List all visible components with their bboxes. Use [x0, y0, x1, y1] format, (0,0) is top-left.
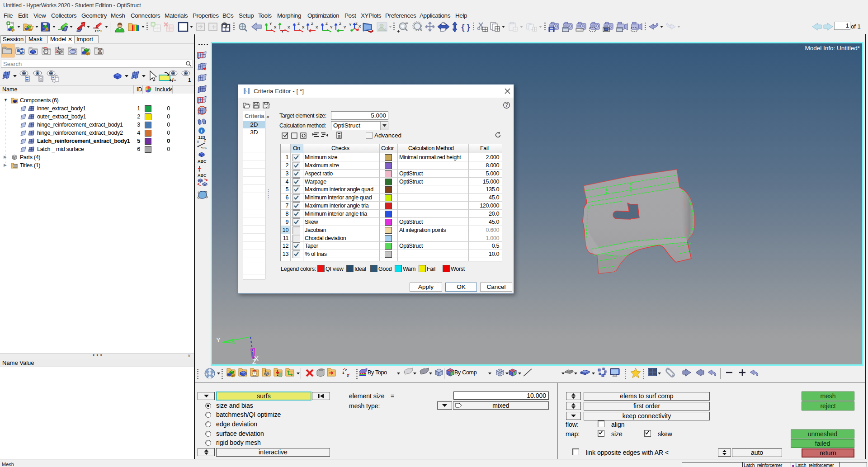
- svg-text:2: 2: [345, 368, 347, 372]
- svg-text:Z: Z: [297, 22, 300, 26]
- svg-text:1: 1: [188, 77, 191, 83]
- svg-text:X: X: [316, 25, 318, 29]
- svg-text:{ }: { }: [461, 23, 470, 32]
- svg-text:X: X: [302, 25, 305, 29]
- svg-text:PPT: PPT: [95, 29, 102, 33]
- svg-text:X: X: [359, 24, 361, 28]
- svg-text:1: 1: [204, 139, 206, 142]
- svg-text:Z: Z: [252, 358, 256, 365]
- svg-text:1: 1: [385, 28, 387, 32]
- svg-text:ABC: ABC: [198, 159, 207, 164]
- svg-text:Z: Z: [311, 22, 313, 26]
- svg-text:0: 0: [197, 140, 199, 143]
- svg-text:X: X: [288, 25, 290, 29]
- svg-text:Z: Z: [326, 22, 328, 26]
- svg-text:Y: Y: [269, 22, 272, 26]
- svg-text:Y: Y: [349, 23, 352, 27]
- svg-text:3: 3: [347, 373, 349, 377]
- svg-text:i: i: [201, 128, 202, 133]
- svg-text:Y: Y: [330, 25, 333, 29]
- svg-text:Y: Y: [344, 25, 346, 29]
- svg-text:Z: Z: [355, 22, 358, 26]
- svg-text:Y: Y: [216, 336, 221, 344]
- svg-text:Z: Z: [339, 22, 341, 26]
- svg-text:?: ?: [505, 103, 508, 108]
- svg-text:*10¹: *10¹: [201, 146, 207, 150]
- svg-text:X: X: [274, 25, 277, 29]
- svg-text:1: 1: [342, 371, 344, 375]
- svg-text:+/−: +/−: [169, 77, 176, 83]
- svg-text:t: t: [58, 46, 59, 50]
